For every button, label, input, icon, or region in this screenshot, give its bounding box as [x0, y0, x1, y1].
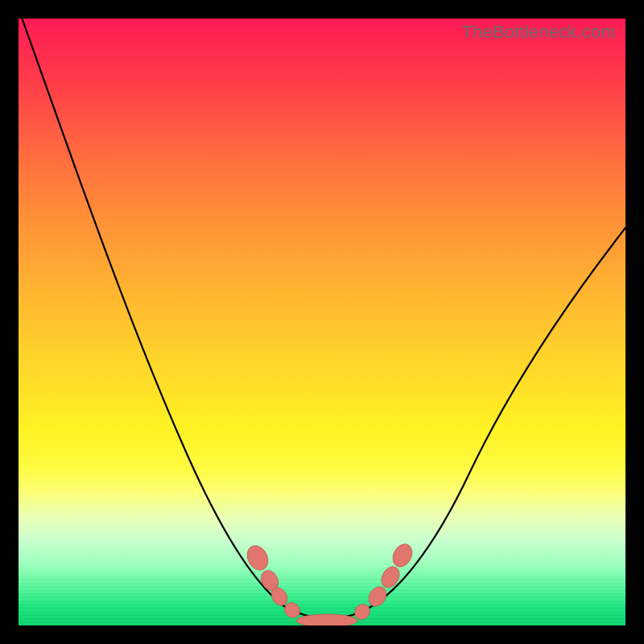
- chart-frame: TheBottleneck.com: [0, 0, 644, 644]
- marker-dot: [243, 542, 272, 574]
- curve-markers: [243, 541, 416, 625]
- watermark-text: TheBottleneck.com: [461, 22, 616, 43]
- plot-area: TheBottleneck.com: [19, 19, 625, 625]
- bottleneck-curve: [21, 19, 625, 618]
- marker-dot: [389, 541, 416, 571]
- curve-path: [21, 19, 625, 618]
- marker-pill: [296, 614, 357, 625]
- curve-svg: [19, 19, 625, 625]
